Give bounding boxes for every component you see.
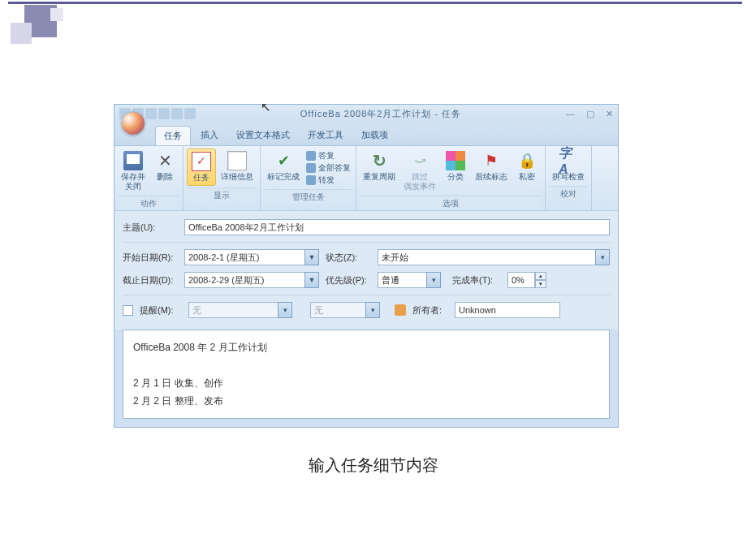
ribbon-btn-spell[interactable]: 字A拼写检查 bbox=[549, 149, 588, 184]
due-date-label: 截止日期(D): bbox=[123, 274, 178, 286]
ribbon-small-item[interactable]: 答复 bbox=[306, 150, 351, 162]
title-bar: OfficeBa 2008年2月工作计划 - 任务 — ▢ ✕ bbox=[114, 105, 618, 123]
task-body-editor[interactable]: OfficeBa 2008 年 2 月工作计划 2 月 1 日 收集、创作 2 … bbox=[123, 330, 610, 419]
completion-spin-down[interactable]: ▾ bbox=[535, 280, 546, 288]
ribbon-group-label: 选项 bbox=[360, 196, 542, 209]
ribbon-group-label: 动作 bbox=[118, 196, 179, 209]
priority-input[interactable] bbox=[378, 272, 426, 288]
decor-square-light bbox=[11, 23, 32, 44]
assign-owner-icon[interactable] bbox=[395, 304, 406, 316]
ribbon-group-管理任务: ✔标记完成答复全部答复转发管理任务 bbox=[261, 146, 356, 210]
maximize-button[interactable]: ▢ bbox=[586, 109, 594, 119]
start-date-label: 开始日期(R): bbox=[123, 252, 178, 264]
ribbon-btn-task[interactable]: 任务 bbox=[187, 149, 216, 186]
body-line: 2 月 2 日 整理、发布 bbox=[133, 392, 599, 410]
reminder-label: 提醒(M): bbox=[140, 304, 182, 317]
status-label: 状态(Z): bbox=[326, 252, 371, 264]
qat-more-icon[interactable] bbox=[184, 108, 196, 119]
ribbon-btn-check[interactable]: ✔标记完成 bbox=[264, 149, 303, 184]
ribbon-btn-detail[interactable]: 详细信息 bbox=[218, 149, 257, 184]
ribbon: 保存并关闭✕删除动作任务详细信息显示✔标记完成答复全部答复转发管理任务↻重复周期… bbox=[114, 145, 618, 210]
owner-input[interactable] bbox=[455, 302, 560, 318]
task-window: ↖ OfficeBa 2008年2月工作计划 - 任务 — ▢ ✕ 任务插入设置… bbox=[114, 104, 619, 428]
slide-caption: 输入任务细节内容 bbox=[0, 454, 747, 476]
status-dropdown[interactable]: ▾ bbox=[595, 249, 610, 265]
subject-label: 主题(U): bbox=[123, 222, 178, 234]
body-line: OfficeBa 2008 年 2 月工作计划 bbox=[133, 338, 599, 356]
tab-3[interactable]: 开发工具 bbox=[300, 126, 352, 145]
ribbon-group-label: 显示 bbox=[187, 187, 257, 201]
decor-square-small bbox=[50, 8, 63, 21]
ribbon-small-list: 答复全部答复转发 bbox=[304, 149, 352, 187]
ribbon-btn-repeat[interactable]: ↻重复周期 bbox=[360, 149, 399, 184]
completion-spin-up[interactable]: ▴ bbox=[535, 272, 546, 280]
status-input[interactable] bbox=[378, 249, 595, 265]
reminder-time-dropdown[interactable]: ▾ bbox=[365, 302, 380, 318]
office-button[interactable] bbox=[121, 111, 145, 136]
priority-label: 优先级(P): bbox=[326, 274, 371, 286]
reminder-date-dropdown[interactable]: ▾ bbox=[278, 302, 292, 318]
separator bbox=[123, 295, 610, 295]
tab-2[interactable]: 设置文本格式 bbox=[228, 126, 298, 145]
ribbon-small-item[interactable]: 转发 bbox=[306, 174, 351, 186]
priority-dropdown[interactable]: ▾ bbox=[426, 272, 441, 288]
start-date-input[interactable] bbox=[184, 249, 304, 265]
task-form: 主题(U): 开始日期(R): ▼ 状态(Z): ▾ 截止日期(D): ▼ 优先… bbox=[114, 210, 618, 330]
owner-label: 所有者: bbox=[412, 304, 448, 317]
reminder-checkbox[interactable] bbox=[123, 305, 133, 316]
ribbon-group-label: 校对 bbox=[549, 186, 588, 200]
ribbon-group-选项: ↻重复周期⤻跳过偶发事件分类⚑后续标志🔒私密选项 bbox=[356, 146, 546, 210]
close-button[interactable]: ✕ bbox=[606, 109, 613, 119]
qat-prev-icon[interactable] bbox=[158, 108, 170, 119]
window-title: OfficeBa 2008年2月工作计划 - 任务 bbox=[196, 108, 566, 120]
ribbon-group-校对: 字A拼写检查校对 bbox=[546, 146, 592, 210]
minimize-button[interactable]: — bbox=[566, 109, 575, 119]
ribbon-btn-skip: ⤻跳过偶发事件 bbox=[400, 149, 439, 194]
completion-input[interactable] bbox=[507, 272, 535, 288]
ribbon-btn-cat[interactable]: 分类 bbox=[441, 149, 470, 184]
ribbon-small-item[interactable]: 全部答复 bbox=[306, 162, 351, 174]
ribbon-group-动作: 保存并关闭✕删除动作 bbox=[114, 146, 184, 210]
subject-input[interactable] bbox=[184, 219, 610, 235]
qat-redo-icon[interactable] bbox=[145, 108, 157, 119]
tab-1[interactable]: 插入 bbox=[192, 126, 227, 145]
ribbon-group-显示: 任务详细信息显示 bbox=[184, 146, 261, 210]
reminder-time-input[interactable] bbox=[310, 302, 365, 318]
slide-top-border bbox=[8, 2, 742, 4]
tab-4[interactable]: 加载项 bbox=[353, 126, 396, 145]
completion-label: 完成率(T): bbox=[452, 274, 501, 286]
body-line: 2 月 1 日 收集、创作 bbox=[133, 374, 599, 392]
ribbon-btn-flag[interactable]: ⚑后续标志 bbox=[472, 149, 511, 184]
ribbon-btn-del[interactable]: ✕删除 bbox=[150, 149, 179, 184]
qat-next-icon[interactable] bbox=[171, 108, 183, 119]
ribbon-tabs-row: 任务插入设置文本格式开发工具加载项 bbox=[114, 123, 618, 145]
due-date-dropdown[interactable]: ▼ bbox=[304, 272, 319, 288]
tab-0[interactable]: 任务 bbox=[155, 126, 191, 145]
reminder-date-input[interactable] bbox=[188, 302, 278, 318]
ribbon-btn-lock[interactable]: 🔒私密 bbox=[512, 149, 542, 184]
start-date-dropdown[interactable]: ▼ bbox=[304, 249, 319, 265]
ribbon-group-label: 管理任务 bbox=[264, 189, 352, 203]
ribbon-btn-save[interactable]: 保存并关闭 bbox=[118, 149, 149, 194]
due-date-input[interactable] bbox=[184, 272, 304, 288]
separator bbox=[123, 242, 610, 243]
